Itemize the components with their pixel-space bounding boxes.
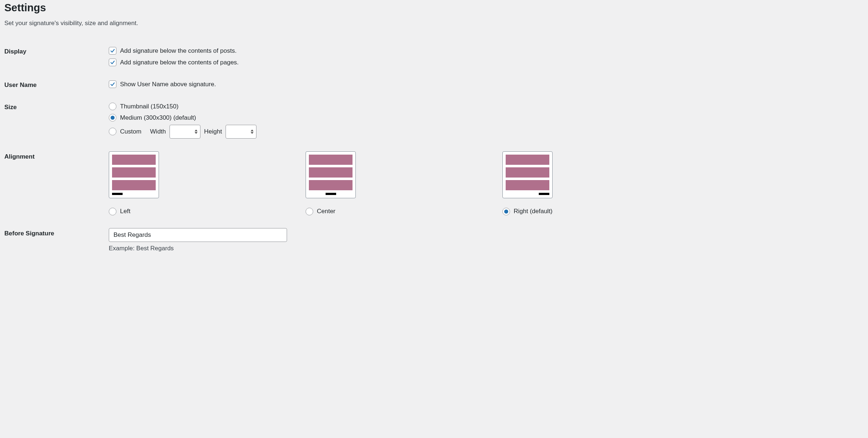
page-title: Settings [4,2,864,14]
display-posts-label: Add signature below the contents of post… [120,46,236,56]
alignment-right-thumbnail[interactable] [502,151,553,198]
before-signature-section-label: Before Signature [4,223,109,259]
size-thumbnail-label: Thumbnail (150x150) [120,102,179,111]
size-thumbnail-radio[interactable] [109,103,116,110]
thumb-bar [309,155,353,165]
thumb-bar [506,167,549,178]
thumb-bar [112,167,156,178]
thumb-bar [112,155,156,165]
display-posts-checkbox[interactable] [109,47,116,55]
username-show-label: Show User Name above signature. [120,80,216,89]
size-custom-label: Custom [120,127,142,136]
size-medium-radio[interactable] [109,114,116,122]
username-show-checkbox[interactable] [109,80,116,88]
thumb-bar [112,180,156,190]
alignment-left-thumbnail[interactable] [109,151,159,198]
alignment-left-radio[interactable] [109,208,116,215]
alignment-center-radio[interactable] [306,208,313,215]
settings-form-table: Display Add signature below the contents… [4,41,864,259]
thumb-bar [309,180,353,190]
thumb-bar [506,155,549,165]
username-section-label: User Name [4,74,109,96]
thumb-sig-icon [539,193,549,195]
alignment-section-label: Alignment [4,146,109,223]
display-pages-checkbox[interactable] [109,59,116,66]
size-medium-label: Medium (300x300) (default) [120,113,196,123]
size-width-label: Width [150,127,166,136]
size-height-input[interactable] [226,125,256,139]
size-section-label: Size [4,96,109,146]
thumb-bar [309,167,353,178]
page-description: Set your signature's visibility, size an… [4,20,864,27]
alignment-right-radio[interactable] [502,208,510,215]
alignment-center-thumbnail[interactable] [306,151,356,198]
alignment-right-label: Right (default) [514,208,553,215]
display-pages-label: Add signature below the contents of page… [120,58,239,67]
size-custom-radio[interactable] [109,128,116,135]
alignment-left-label: Left [120,208,130,215]
thumb-sig-icon [112,193,123,195]
thumb-sig-icon [326,193,336,195]
thumb-bar [506,180,549,190]
size-width-input[interactable] [170,125,200,139]
before-signature-helper: Example: Best Regards [109,245,860,252]
display-section-label: Display [4,41,109,74]
before-signature-input[interactable] [109,228,287,242]
alignment-center-label: Center [317,208,335,215]
size-height-label: Height [204,127,222,136]
